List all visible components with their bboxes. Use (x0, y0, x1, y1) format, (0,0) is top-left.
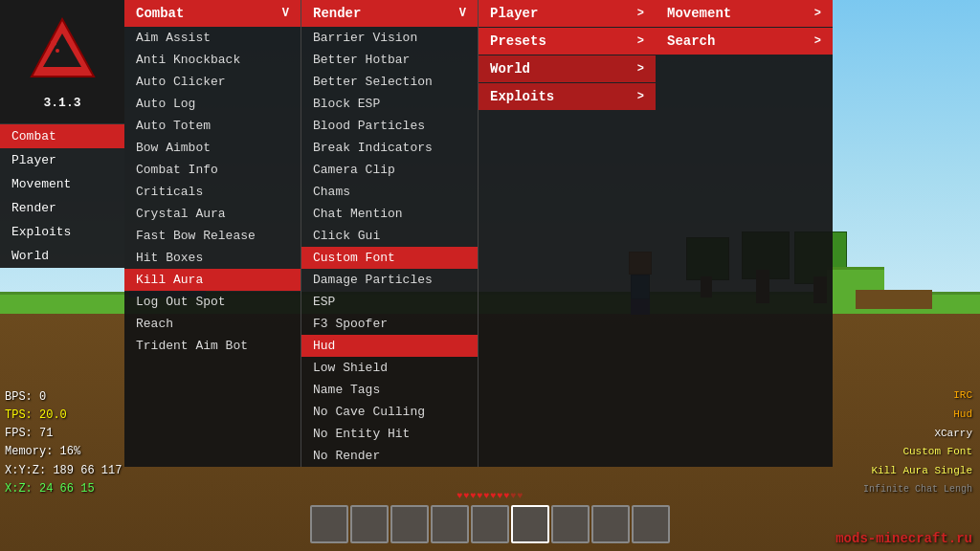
heart-7: ♥ (498, 491, 503, 501)
hotbar-slot-5[interactable] (471, 505, 509, 543)
combat-item-hit-boxes[interactable]: Hit Boxes (124, 247, 301, 269)
panel-player-label: Player (490, 6, 538, 21)
render-item-hud[interactable]: Hud (301, 335, 478, 357)
status-infinite-chat: Infinite Chat Lengh (863, 481, 972, 498)
combat-header-label: Combat (136, 6, 184, 21)
terrain-block-2 (856, 290, 932, 309)
combat-item-auto-totem[interactable]: Auto Totem (124, 115, 301, 137)
combat-item-trident-aim-bot[interactable]: Trident Aim Bot (124, 335, 301, 357)
status-custom-font: Custom Font (863, 443, 972, 462)
render-item-better-selection[interactable]: Better Selection (301, 71, 478, 93)
render-item-no-entity-hit[interactable]: No Entity Hit (301, 423, 478, 445)
render-item-damage-particles[interactable]: Damage Particles (301, 269, 478, 291)
sidebar-item-exploits[interactable]: Exploits (0, 220, 124, 244)
render-chevron: V (459, 7, 466, 20)
render-item-custom-font[interactable]: Custom Font (301, 247, 478, 269)
render-item-better-hotbar[interactable]: Better Hotbar (301, 49, 478, 71)
right-panels-2: Movement > Search > (656, 0, 833, 467)
render-header-label: Render (313, 6, 361, 21)
combat-item-crystal-aura[interactable]: Crystal Aura (124, 203, 301, 225)
sidebar-menu: Combat Player Movement Render Exploits W… (0, 124, 124, 268)
combat-item-criticals[interactable]: Criticals (124, 181, 301, 203)
panel-movement-chevron: > (814, 7, 821, 20)
svg-point-2 (51, 40, 56, 46)
status-irc: IRC (863, 386, 972, 406)
panel-movement-label: Movement (667, 6, 731, 21)
hotbar-slot-4[interactable] (431, 505, 469, 543)
heart-8: ♥ (504, 491, 510, 501)
panel-search-chevron: > (814, 34, 821, 48)
hotbar-slot-6[interactable] (511, 505, 549, 543)
panel-movement[interactable]: Movement > (656, 0, 833, 27)
hud-xyz2: X:Z: 24 66 15 (5, 480, 122, 498)
render-item-chams[interactable]: Chams (301, 181, 478, 203)
render-item-break-indicators[interactable]: Break Indicators (301, 137, 478, 159)
panel-exploits-chevron: > (637, 90, 644, 103)
render-item-blood-particles[interactable]: Blood Particles (301, 115, 478, 137)
render-item-esp[interactable]: ESP (301, 291, 478, 313)
render-item-low-shield[interactable]: Low Shield (301, 357, 478, 379)
heart-5: ♥ (483, 491, 489, 501)
combat-item-auto-log[interactable]: Auto Log (124, 93, 301, 115)
render-item-chat-mention[interactable]: Chat Mention (301, 203, 478, 225)
combat-item-fast-bow[interactable]: Fast Bow Release (124, 225, 301, 247)
render-item-name-tags[interactable]: Name Tags (301, 379, 478, 401)
render-item-no-cave-culling[interactable]: No Cave Culling (301, 401, 478, 423)
status-right: IRC Hud XCarry Custom Font Kill Aura Sin… (863, 386, 972, 498)
render-column: Render V Barrier Vision Better Hotbar Be… (301, 0, 479, 467)
panel-player[interactable]: Player > (479, 0, 656, 27)
sidebar-item-movement[interactable]: Movement (0, 172, 124, 196)
sidebar-item-render[interactable]: Render (0, 196, 124, 220)
panel-presets-label: Presets (490, 33, 546, 49)
combat-item-kill-aura[interactable]: Kill Aura (124, 269, 301, 291)
heart-9: ♥ (511, 491, 517, 501)
panel-world-chevron: > (637, 62, 644, 76)
hud-tps: TPS: 20.0 (5, 407, 122, 425)
sidebar-item-combat[interactable]: Combat (0, 124, 124, 148)
combat-item-combat-info[interactable]: Combat Info (124, 159, 301, 181)
hotbar-slot-1[interactable] (310, 505, 348, 543)
watermark: mods-minecraft.ru (835, 531, 972, 546)
combat-item-aim-assist[interactable]: Aim Assist (124, 27, 301, 49)
panel-world-label: World (490, 61, 530, 77)
hud-memory: Memory: 16% (5, 443, 122, 461)
combat-item-auto-clicker[interactable]: Auto Clicker (124, 71, 301, 93)
hotbar-slot-3[interactable] (390, 505, 429, 543)
combat-column: Combat V Aim Assist Anti Knockback Auto … (124, 0, 301, 467)
combat-item-bow-aimbot[interactable]: Bow Aimbot (124, 137, 301, 159)
panel-presets-chevron: > (637, 34, 644, 48)
heart-3: ♥ (470, 491, 476, 501)
render-item-camera-clip[interactable]: Camera Clip (301, 159, 478, 181)
render-item-block-esp[interactable]: Block ESP (301, 93, 478, 115)
heart-2: ♥ (463, 491, 469, 501)
render-item-click-gui[interactable]: Click Gui (301, 225, 478, 247)
hud-bps: BPS: 0 (5, 388, 122, 407)
combat-item-log-out-spot[interactable]: Log Out Spot (124, 291, 301, 313)
logo-box: 3.1.3 (0, 0, 124, 124)
combat-item-reach[interactable]: Reach (124, 313, 301, 335)
panel-search[interactable]: Search > (656, 28, 833, 55)
hud-xyz: X:Y:Z: 189 66 117 (5, 462, 122, 480)
sidebar-item-world[interactable]: World (0, 244, 124, 268)
panel-search-label: Search (667, 33, 715, 49)
hotbar-slot-9[interactable] (632, 505, 670, 543)
combat-item-anti-knockback[interactable]: Anti Knockback (124, 49, 301, 71)
hotbar-slot-8[interactable] (591, 505, 630, 543)
logo-version: 3.1.3 (43, 96, 80, 110)
heart-4: ♥ (477, 491, 482, 501)
heart-10: ♥ (518, 491, 523, 501)
render-item-f3-spoofer[interactable]: F3 Spoofer (301, 313, 478, 335)
sidebar-item-player[interactable]: Player (0, 148, 124, 172)
render-item-no-render[interactable]: No Render (301, 445, 478, 467)
status-hud: Hud (863, 406, 972, 425)
logo-icon (27, 14, 99, 81)
combat-header[interactable]: Combat V (124, 0, 301, 27)
status-kill-aura: Kill Aura Single (863, 462, 972, 481)
render-header[interactable]: Render V (301, 0, 478, 27)
hotbar-slot-2[interactable] (350, 505, 389, 543)
render-item-barrier-vision[interactable]: Barrier Vision (301, 27, 478, 49)
panel-world[interactable]: World > (479, 55, 656, 82)
panel-exploits[interactable]: Exploits > (479, 83, 656, 110)
hotbar-slot-7[interactable] (551, 505, 590, 543)
panel-presets[interactable]: Presets > (479, 28, 656, 55)
